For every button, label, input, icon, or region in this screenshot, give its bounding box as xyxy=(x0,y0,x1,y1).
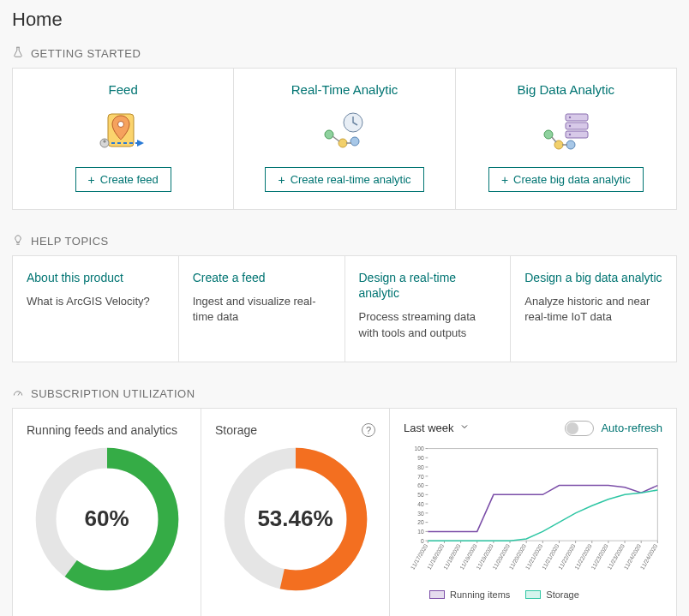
help-card-realtime[interactable]: Design a real-time analytic Process stre… xyxy=(345,256,512,362)
svg-text:80: 80 xyxy=(417,464,424,470)
gauge-running: 60% xyxy=(34,446,180,592)
svg-text:30: 30 xyxy=(417,510,424,516)
help-card-title: About this product xyxy=(27,270,165,285)
gauge-icon xyxy=(12,386,24,401)
legend-item: Running items xyxy=(429,589,510,600)
dropdown-label: Last week xyxy=(404,422,454,434)
help-card-desc: Process streaming data with tools and ou… xyxy=(359,309,497,340)
feed-icon xyxy=(21,105,225,157)
svg-point-1 xyxy=(117,122,123,128)
lightbulb-icon xyxy=(12,234,24,248)
svg-text:20: 20 xyxy=(417,519,424,525)
page-title: Home xyxy=(12,9,677,31)
svg-point-4 xyxy=(325,130,333,139)
svg-point-6 xyxy=(350,137,359,146)
gauge-card-storage: Storage ? 53.46% xyxy=(201,409,390,616)
getting-started-cards: Feed + Create feed Real-Time Analytic xyxy=(12,68,677,210)
chart-card: Last week Auto-refresh 01020304050607080… xyxy=(390,409,676,616)
gs-card-realtime: Real-Time Analytic + Create real-time an… xyxy=(234,69,455,209)
help-card-title: Create a feed xyxy=(193,270,331,285)
subscription-cards: Running feeds and analytics 60% Storage … xyxy=(12,408,677,616)
gauge-storage: 53.46% xyxy=(223,446,368,592)
button-label: Create feed xyxy=(100,173,159,186)
create-feed-button[interactable]: + Create feed xyxy=(75,167,171,192)
svg-text:60: 60 xyxy=(417,482,424,488)
svg-point-11 xyxy=(569,125,571,127)
svg-text:100: 100 xyxy=(415,446,424,452)
svg-point-15 xyxy=(566,141,575,149)
svg-point-10 xyxy=(569,117,571,118)
gs-card-title: Feed xyxy=(21,82,225,97)
help-card-title: Design a big data analytic xyxy=(524,270,662,285)
svg-point-5 xyxy=(339,139,347,147)
section-label: GETTING STARTED xyxy=(31,47,141,60)
svg-text:40: 40 xyxy=(417,501,424,507)
help-topics-header: HELP TOPICS xyxy=(12,234,677,248)
create-bigdata-button[interactable]: + Create big data analytic xyxy=(488,167,644,192)
gauge-title: Running feeds and analytics xyxy=(27,423,177,437)
gauge-value: 53.46% xyxy=(223,446,368,592)
bigdata-icon xyxy=(464,105,668,157)
help-card-feed[interactable]: Create a feed Ingest and visualize real-… xyxy=(179,256,345,362)
help-card-title: Design a real-time analytic xyxy=(359,270,497,301)
svg-text:90: 90 xyxy=(417,455,424,461)
section-label: HELP TOPICS xyxy=(31,235,109,248)
gs-card-bigdata: Big Data Analytic + Create big data anal… xyxy=(456,69,676,209)
help-icon[interactable]: ? xyxy=(362,423,375,437)
help-card-about[interactable]: About this product What is ArcGIS Veloci… xyxy=(13,256,179,362)
auto-refresh-label: Auto-refresh xyxy=(601,422,662,434)
gs-card-feed: Feed + Create feed xyxy=(13,69,234,209)
help-card-bigdata[interactable]: Design a big data analytic Analyze histo… xyxy=(511,256,676,362)
help-card-desc: Analyze historic and near real-time IoT … xyxy=(524,294,662,325)
utilization-chart: 010203040506070809010011/17/202011/18/20… xyxy=(404,441,662,587)
plus-icon: + xyxy=(88,174,95,186)
plus-icon: + xyxy=(501,174,508,186)
section-label: SUBSCRIPTION UTILIZATION xyxy=(31,387,195,400)
gs-card-title: Big Data Analytic xyxy=(464,82,668,97)
plus-icon: + xyxy=(278,174,285,186)
button-label: Create big data analytic xyxy=(513,173,631,186)
svg-text:11/24/2020: 11/24/2020 xyxy=(639,542,659,570)
gauge-card-running: Running feeds and analytics 60% xyxy=(13,409,201,616)
help-topics-cards: About this product What is ArcGIS Veloci… xyxy=(12,255,677,362)
flask-icon xyxy=(12,46,24,61)
create-realtime-button[interactable]: + Create real-time analytic xyxy=(265,167,423,192)
realtime-icon xyxy=(243,105,446,157)
gauge-title: Storage xyxy=(215,423,257,437)
subscription-header: SUBSCRIPTION UTILIZATION xyxy=(12,386,677,401)
legend-item: Storage xyxy=(525,589,579,600)
auto-refresh-toggle[interactable] xyxy=(565,421,594,436)
svg-text:50: 50 xyxy=(417,492,424,498)
range-dropdown[interactable]: Last week xyxy=(404,422,470,434)
chevron-down-icon xyxy=(459,422,470,434)
help-card-desc: Ingest and visualize real-time data xyxy=(193,294,331,325)
help-card-desc: What is ArcGIS Velocity? xyxy=(27,294,165,309)
gauge-value: 60% xyxy=(34,446,180,592)
button-label: Create real-time analytic xyxy=(291,173,411,186)
svg-point-12 xyxy=(569,134,571,135)
chart-legend: Running items Storage xyxy=(404,589,662,600)
gs-card-title: Real-Time Analytic xyxy=(243,82,446,97)
svg-text:70: 70 xyxy=(417,473,424,479)
svg-text:10: 10 xyxy=(417,529,424,535)
getting-started-header: GETTING STARTED xyxy=(12,46,677,61)
